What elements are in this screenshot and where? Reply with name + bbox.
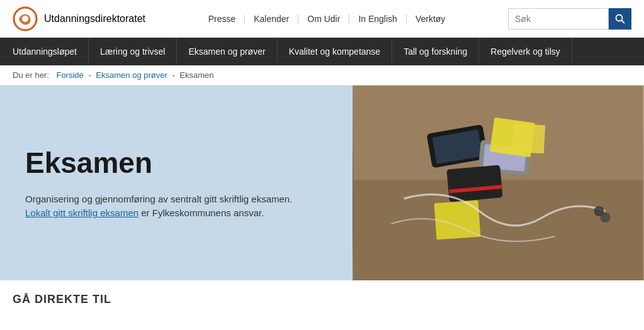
main-nav-kvalitet[interactable]: Kvalitet og kompetanse xyxy=(278,38,393,65)
hero-desc-line2: er Fylkeskommunens ansvar. xyxy=(138,207,264,218)
go-directly-section: GÅ DIREKTE TIL xyxy=(0,280,644,312)
breadcrumb-sep2: - xyxy=(170,70,178,80)
svg-line-3 xyxy=(622,20,625,23)
svg-point-15 xyxy=(601,212,611,223)
logo-icon xyxy=(13,6,38,31)
top-nav-verktoy[interactable]: Verktøy xyxy=(407,14,454,23)
breadcrumb-sep1: - xyxy=(86,70,94,80)
svg-rect-10 xyxy=(446,165,502,202)
breadcrumb-label: Du er her: xyxy=(13,70,49,80)
search-icon xyxy=(615,14,625,24)
breadcrumb-eksamen-prover[interactable]: Eksamen og prøver xyxy=(96,70,167,80)
breadcrumb-forside[interactable]: Forside xyxy=(56,70,83,80)
breadcrumb-current: Eksamen xyxy=(179,70,213,80)
top-nav-om-udir[interactable]: Om Udir xyxy=(298,14,349,23)
top-nav-kalender[interactable]: Kalender xyxy=(245,14,298,23)
svg-point-1 xyxy=(22,16,28,22)
hero-section: Eksamen Organisering og gjennomføring av… xyxy=(0,85,644,280)
svg-rect-12 xyxy=(490,118,535,158)
main-nav-eksamen[interactable]: Eksamen og prøver xyxy=(177,38,277,65)
hero-image-visual xyxy=(353,85,644,280)
top-nav: Presse Kalender Om Udir In English Verkt… xyxy=(200,14,455,23)
search-area xyxy=(508,8,631,30)
svg-point-2 xyxy=(616,14,623,21)
logo-text: Utdanningsdirektoratet xyxy=(44,13,145,25)
top-nav-presse[interactable]: Presse xyxy=(200,14,246,23)
hero-desc-link[interactable]: Lokalt gitt skriftlig eksamen xyxy=(25,207,138,218)
hero-image-svg xyxy=(353,85,644,280)
hero-description: Organisering og gjennomføring av sentral… xyxy=(25,192,327,221)
search-input[interactable] xyxy=(508,8,609,30)
main-nav-regelverk[interactable]: Regelverk og tilsy xyxy=(479,38,572,65)
logo-area[interactable]: Utdanningsdirektoratet xyxy=(13,6,145,31)
top-bar: Utdanningsdirektoratet Presse Kalender O… xyxy=(0,0,644,38)
top-nav-in-english[interactable]: In English xyxy=(349,14,406,23)
hero-desc-line1: Organisering og gjennomføring av sentral… xyxy=(25,194,292,204)
main-nav-tall[interactable]: Tall og forskning xyxy=(392,38,479,65)
main-nav-utdanningslop[interactable]: Utdanningsløpet xyxy=(0,38,89,65)
search-button[interactable] xyxy=(609,8,631,30)
main-nav: Utdanningsløpet Læring og trivsel Eksame… xyxy=(0,38,644,65)
breadcrumb: Du er her: Forside - Eksamen og prøver -… xyxy=(0,65,644,85)
go-directly-title: GÅ DIREKTE TIL xyxy=(13,293,631,306)
hero-image xyxy=(353,85,644,280)
hero-text-area: Eksamen Organisering og gjennomføring av… xyxy=(0,85,353,280)
hero-title: Eksamen xyxy=(25,146,327,180)
main-nav-laering[interactable]: Læring og trivsel xyxy=(89,38,178,65)
